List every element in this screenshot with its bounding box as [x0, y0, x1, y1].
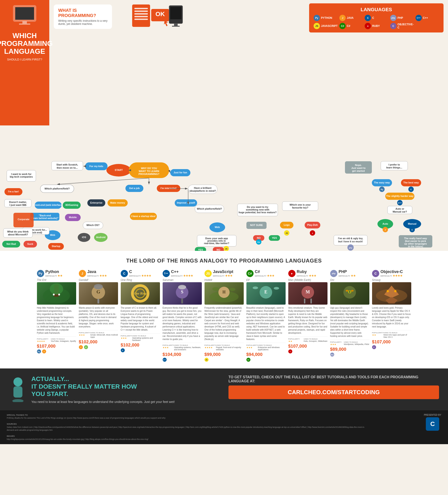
cpp-image: S	[163, 282, 202, 305]
objc-card-name: Objective-C	[380, 269, 403, 274]
lang-python: Py PYTHON	[314, 15, 337, 21]
php-label: PHP	[398, 16, 403, 19]
svg-point-194	[212, 287, 219, 291]
js-card: JS JavaScript DIFFICULTY ★★★ Hobbit H Fr…	[205, 269, 244, 362]
svg-text:idea/platform in mind?: idea/platform in mind?	[190, 190, 216, 192]
ruby-label: RUBY	[372, 24, 380, 28]
java-card-logo: J	[79, 270, 86, 277]
python-label: PYTHON	[321, 16, 332, 19]
bottom-heading: ACTUALLY...IT DOESN'T REALLY MATTER HOWY…	[31, 375, 175, 398]
svg-text:(brain behind website)": (brain behind website)"	[31, 217, 58, 220]
svg-text:get started: get started	[352, 170, 365, 172]
svg-text:Nope.: Nope.	[355, 164, 362, 166]
lotr-section: THE LORD OF THE RINGS ANALOGY TO PROGRAM…	[0, 251, 448, 369]
svg-text:learn things...: learn things...	[386, 166, 402, 169]
objc-image	[372, 282, 411, 305]
svg-point-206	[346, 290, 348, 292]
svg-text:Not Bad: Not Bad	[6, 243, 16, 245]
python-card-name: Python	[45, 269, 62, 274]
svg-text:Get a job: Get a job	[129, 187, 140, 190]
lang-cpp: C++ C++	[416, 15, 439, 21]
svg-point-177	[50, 283, 63, 295]
objc-desc: Lonely and loves gold. Primary language …	[372, 306, 411, 328]
svg-text:Manual: Manual	[408, 222, 416, 225]
c-card: C C DIFFICULTY ★★★★ One Ring One Ring Th…	[121, 269, 160, 362]
svg-text:then move on to...: then move on to...	[57, 166, 78, 169]
php-image: O	[330, 282, 369, 305]
svg-text:The best way: The best way	[403, 181, 419, 184]
svg-text:Just want to: Just want to	[351, 167, 365, 169]
svg-text:Play-Doh: Play-Doh	[307, 223, 318, 226]
left-panel-title: WHICH PROGRAMMING LANGUAGE	[0, 32, 53, 55]
svg-text:C: C	[410, 188, 412, 191]
svg-rect-6	[134, 11, 148, 12]
csharp-image: E	[246, 282, 286, 305]
svg-text:I have a startup idea!: I have a startup idea!	[131, 215, 155, 218]
c-desc: The power of C is known to them all. Eve…	[121, 306, 160, 331]
lang-js: JS JAVASCRIPT	[314, 23, 337, 29]
svg-point-179	[58, 294, 60, 295]
svg-text:Enterprise: Enterprise	[90, 201, 102, 204]
java-card: J Java DIFFICULTY ★★★ Gandalf G Wants pe…	[79, 269, 118, 362]
svg-text:Android: Android	[96, 236, 106, 239]
svg-text:Make money: Make money	[110, 201, 125, 204]
svg-rect-7	[134, 13, 148, 14]
svg-text:NOT SURE: NOT SURE	[250, 224, 263, 226]
svg-text:C: C	[411, 229, 413, 231]
svg-rect-181	[98, 299, 99, 303]
svg-text:YES: YES	[272, 236, 277, 239]
bottom-right-panel: TO GET STARTED, CHECK OUT THE FULL LIST …	[228, 375, 439, 404]
php-logo: php	[390, 15, 396, 21]
php-char-name: Orc	[330, 278, 369, 282]
java-char-name: Gandalf	[79, 278, 118, 282]
bottom-right-text: TO GET STARTED, CHECK OUT THE FULL LIST …	[228, 375, 439, 383]
svg-text:3D/Gaming: 3D/Gaming	[65, 204, 78, 206]
ok-computer-graphic: OK	[130, 3, 184, 36]
svg-text:NO: NO	[217, 248, 220, 251]
svg-text:What do you think: What do you think	[7, 230, 29, 233]
svg-text:NO: NO	[257, 236, 261, 239]
svg-text:I'm a fan!: I'm a fan!	[8, 190, 19, 193]
csharp-card-logo: C#	[246, 270, 253, 277]
svg-text:"Back-end: "Back-end	[39, 214, 51, 217]
objc-char-name: Smaug	[372, 278, 411, 282]
cpp-logo: C++	[416, 15, 422, 21]
svg-text:Manual car?: Manual car?	[393, 210, 407, 213]
svg-text:The easy way: The easy way	[374, 181, 390, 184]
svg-text:♦: ♦	[312, 232, 313, 234]
svg-text:but I love it so much!: but I love it so much!	[338, 240, 363, 243]
flowchart-section: START WHY DO YOU WANT TO LEARN PROGRAMMI…	[0, 125, 448, 251]
what-is-programming-box: WHAT IS PROGRAMMING? Writing very specif…	[54, 4, 112, 29]
svg-text:The really hard way: The really hard way	[404, 237, 427, 240]
url-box[interactable]: CARLCHEO.COM/STARTCODING	[228, 385, 439, 399]
svg-text:(but easier to pick: (but easier to pick	[405, 240, 426, 242]
svg-text:I'm interested: I'm interested	[160, 187, 176, 190]
svg-rect-13	[170, 7, 182, 19]
svg-text:One Ring: One Ring	[134, 292, 146, 295]
svg-text:Do you want to try: Do you want to try	[247, 206, 268, 208]
svg-rect-203	[310, 299, 312, 303]
svg-rect-14	[174, 24, 178, 26]
sources-label: SOURCES	[7, 423, 17, 425]
svg-text:Just for fun: Just for fun	[174, 171, 187, 174]
images-label: IMAGES	[7, 435, 15, 437]
cpp-card: C++ C++ DIFFICULTY ★★★★ Saruman S Everyo…	[163, 269, 202, 362]
objc-logo: C	[390, 23, 396, 29]
svg-text:Which platform/field?: Which platform/field?	[44, 187, 70, 190]
svg-text:iOS: iOS	[82, 236, 86, 239]
ruby-logo: ♦	[365, 23, 371, 29]
svg-point-207	[351, 290, 354, 292]
python-card: Py Python DIFFICULTY ★★ The Ent Help lit…	[37, 269, 76, 362]
svg-text:Improve myself: Improve myself	[177, 201, 195, 204]
objc-card: C Objective-C DIFFICULTY ★★★★ Smaug Lone…	[372, 269, 411, 362]
ruby-char-name: Man (Middle Earth)	[288, 278, 327, 282]
svg-point-213	[14, 377, 22, 386]
python-desc: Help little Hobbits (beginners) to under…	[37, 306, 76, 335]
php-card-logo: php	[330, 270, 337, 277]
svg-text:C++: C++	[398, 202, 402, 204]
csharp-label: C#	[347, 24, 350, 28]
svg-text:Corporate: Corporate	[18, 218, 29, 221]
php-desc: Ugly guy (language) and doesn't respect …	[330, 306, 369, 338]
languages-title: LANGUAGES	[314, 7, 439, 13]
csharp-char-name: Elf	[246, 278, 286, 282]
